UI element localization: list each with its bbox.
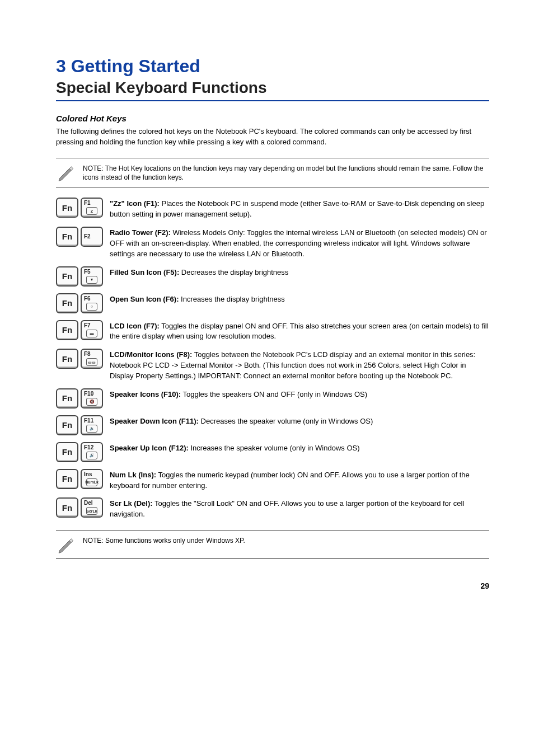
fn-key-icon: Fn [56, 198, 78, 218]
hotkey-description: LCD Icon (F7): Toggles the display panel… [110, 320, 489, 342]
key-combo: Fn Del ScrLk [56, 497, 110, 518]
hotkey-entry: Fn F1 Z "Zz" Icon (F1): Places the Noteb… [56, 198, 489, 220]
f8-key-icon: F8 ▭▭ [81, 349, 103, 369]
hotkey-entry: Fn F11 🔉 Speaker Down Icon (F11): Decrea… [56, 415, 489, 435]
hotkey-description: "Zz" Icon (F1): Places the Notebook PC i… [110, 198, 489, 220]
chapter-number-title: 3 Getting Started [56, 56, 489, 77]
fn-key-icon: Fn [56, 442, 78, 462]
hotkey-entry: Fn F5 ▼ Filled Sun Icon (F5): Decreases … [56, 266, 489, 287]
chapter-subtitle: Special Keyboard Functions [56, 79, 489, 101]
key-combo: Fn F10 🔇 [56, 388, 110, 408]
hotkey-description: Speaker Icons (F10): Toggles the speaker… [110, 388, 367, 400]
key-combo: Fn F2 [56, 227, 110, 247]
hotkey-description: Radio Tower (F2): Wireless Models Only: … [110, 227, 489, 260]
fn-key-icon: Fn [56, 469, 78, 489]
speaker-mute-icon: 🔇 [86, 398, 97, 406]
key-combo: Fn F8 ▭▭ [56, 349, 110, 369]
hotkey-entry: Fn F8 ▭▭ LCD/Monitor Icons (F8): Toggles… [56, 349, 489, 382]
fn-key-icon: Fn [56, 349, 78, 369]
f11-key-icon: F11 🔉 [81, 415, 103, 435]
fn-key-icon: Fn [56, 497, 78, 518]
hotkey-entry: Fn F12 🔊 Speaker Up Icon (F12): Increase… [56, 442, 489, 462]
note-block: NOTE: Some functions works only under Wi… [56, 530, 489, 559]
speaker-down-icon: 🔉 [86, 425, 97, 433]
del-key-icon: Del ScrLk [81, 497, 103, 518]
hotkey-entry: Fn F10 🔇 Speaker Icons (F10): Toggles th… [56, 388, 489, 408]
key-combo: Fn F7 ▬ [56, 320, 110, 340]
hotkey-description: Speaker Down Icon (F11): Decreases the s… [110, 415, 373, 427]
fn-key-icon: Fn [56, 388, 78, 408]
fn-key-icon: Fn [56, 320, 78, 340]
note-text: NOTE: Some functions works only under Wi… [83, 535, 245, 546]
f6-key-icon: F6 ○ [81, 293, 103, 313]
note-block: NOTE: The Hot Key locations on the funct… [56, 158, 489, 188]
f2-key-icon: F2 [81, 227, 103, 247]
key-combo: Fn F5 ▼ [56, 266, 110, 287]
hotkey-description: LCD/Monitor Icons (F8): Toggles between … [110, 349, 489, 382]
sleep-icon: Z [86, 207, 97, 215]
fn-key-icon: Fn [56, 293, 78, 313]
f1-key-icon: F1 Z [81, 198, 103, 218]
brightness-down-icon: ▼ [86, 276, 97, 284]
f5-key-icon: F5 ▼ [81, 266, 103, 287]
section-heading: Colored Hot Keys [56, 114, 489, 123]
hotkey-list: Fn F1 Z "Zz" Icon (F1): Places the Noteb… [56, 198, 489, 520]
fn-key-icon: Fn [56, 227, 78, 247]
hotkey-entry: Fn F2 Radio Tower (F2): Wireless Models … [56, 227, 489, 260]
hotkey-description: Open Sun Icon (F6): Increases the displa… [110, 293, 285, 305]
key-combo: Fn F11 🔉 [56, 415, 110, 435]
fn-key-icon: Fn [56, 415, 78, 435]
hotkey-entry: Fn Ins NumLk Num Lk (Ins): Toggles the n… [56, 469, 489, 491]
f7-key-icon: F7 ▬ [81, 320, 103, 340]
hotkey-entry: Fn F6 ○ Open Sun Icon (F6): Increases th… [56, 293, 489, 313]
lcd-monitor-icon: ▭▭ [86, 358, 97, 366]
hotkey-entry: Fn Del ScrLk Scr Lk (Del): Toggles the "… [56, 497, 489, 520]
scrolllock-icon: ScrLk [86, 507, 97, 515]
key-combo: Fn Ins NumLk [56, 469, 110, 489]
hotkey-entry: Fn F7 ▬ LCD Icon (F7): Toggles the displ… [56, 320, 489, 342]
brightness-up-icon: ○ [86, 303, 97, 311]
f12-key-icon: F12 🔊 [81, 442, 103, 462]
hotkey-description: Filled Sun Icon (F5): Decreases the disp… [110, 266, 288, 278]
hotkey-description: Scr Lk (Del): Toggles the "Scroll Lock" … [110, 497, 489, 520]
pencil-note-icon [56, 535, 75, 554]
key-combo: Fn F1 Z [56, 198, 110, 218]
manual-page: 3 Getting Started Special Keyboard Funct… [0, 0, 534, 624]
note-text: NOTE: The Hot Key locations on the funct… [83, 163, 489, 183]
numlock-icon: NumLk [86, 478, 97, 486]
hotkey-description: Speaker Up Icon (F12): Increases the spe… [110, 442, 360, 454]
hotkey-description: Num Lk (Ins): Toggles the numeric keypad… [110, 469, 489, 491]
page-number: 29 [56, 581, 489, 590]
key-combo: Fn F12 🔊 [56, 442, 110, 462]
ins-key-icon: Ins NumLk [81, 469, 103, 489]
fn-key-icon: Fn [56, 266, 78, 287]
lcd-icon: ▬ [86, 330, 97, 337]
section-intro-text: The following defines the colored hot ke… [56, 126, 489, 148]
key-combo: Fn F6 ○ [56, 293, 110, 313]
pencil-note-icon [56, 163, 75, 182]
speaker-up-icon: 🔊 [86, 452, 97, 459]
f10-key-icon: F10 🔇 [81, 388, 103, 408]
